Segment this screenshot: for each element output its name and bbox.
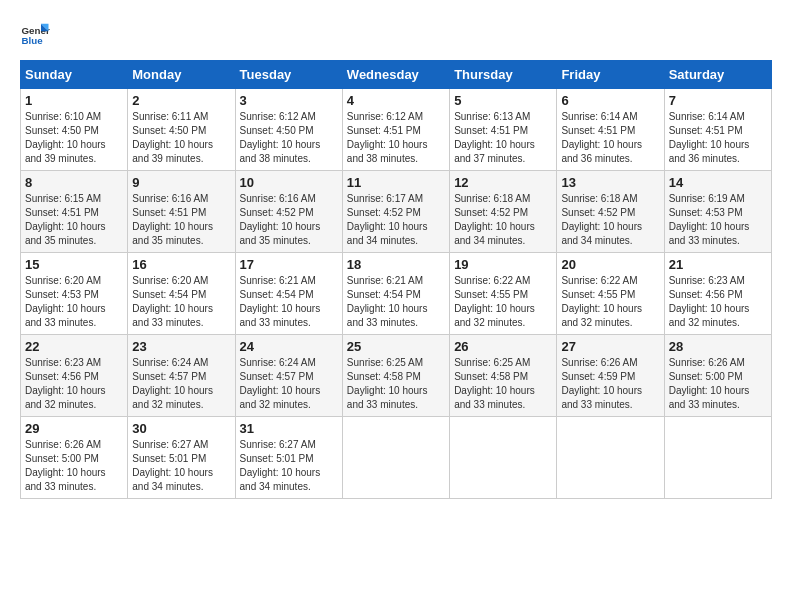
day-number: 30 xyxy=(132,421,230,436)
calendar-cell xyxy=(664,417,771,499)
day-info: Sunrise: 6:10 AM Sunset: 4:50 PM Dayligh… xyxy=(25,110,123,166)
day-number: 13 xyxy=(561,175,659,190)
page-header: General Blue xyxy=(20,20,772,50)
day-info: Sunrise: 6:27 AM Sunset: 5:01 PM Dayligh… xyxy=(240,438,338,494)
calendar-cell: 29 Sunrise: 6:26 AM Sunset: 5:00 PM Dayl… xyxy=(21,417,128,499)
day-number: 29 xyxy=(25,421,123,436)
calendar-body: 1 Sunrise: 6:10 AM Sunset: 4:50 PM Dayli… xyxy=(21,89,772,499)
day-number: 22 xyxy=(25,339,123,354)
calendar-cell: 18 Sunrise: 6:21 AM Sunset: 4:54 PM Dayl… xyxy=(342,253,449,335)
calendar-cell xyxy=(557,417,664,499)
day-info: Sunrise: 6:27 AM Sunset: 5:01 PM Dayligh… xyxy=(132,438,230,494)
day-info: Sunrise: 6:24 AM Sunset: 4:57 PM Dayligh… xyxy=(240,356,338,412)
day-number: 21 xyxy=(669,257,767,272)
calendar-cell: 16 Sunrise: 6:20 AM Sunset: 4:54 PM Dayl… xyxy=(128,253,235,335)
calendar-cell: 14 Sunrise: 6:19 AM Sunset: 4:53 PM Dayl… xyxy=(664,171,771,253)
day-info: Sunrise: 6:22 AM Sunset: 4:55 PM Dayligh… xyxy=(454,274,552,330)
calendar-header: SundayMondayTuesdayWednesdayThursdayFrid… xyxy=(21,61,772,89)
calendar-week-row: 22 Sunrise: 6:23 AM Sunset: 4:56 PM Dayl… xyxy=(21,335,772,417)
day-number: 18 xyxy=(347,257,445,272)
day-info: Sunrise: 6:12 AM Sunset: 4:50 PM Dayligh… xyxy=(240,110,338,166)
day-info: Sunrise: 6:23 AM Sunset: 4:56 PM Dayligh… xyxy=(25,356,123,412)
calendar-day-header: Saturday xyxy=(664,61,771,89)
day-info: Sunrise: 6:25 AM Sunset: 4:58 PM Dayligh… xyxy=(454,356,552,412)
day-number: 2 xyxy=(132,93,230,108)
calendar-cell: 27 Sunrise: 6:26 AM Sunset: 4:59 PM Dayl… xyxy=(557,335,664,417)
day-info: Sunrise: 6:22 AM Sunset: 4:55 PM Dayligh… xyxy=(561,274,659,330)
calendar-week-row: 29 Sunrise: 6:26 AM Sunset: 5:00 PM Dayl… xyxy=(21,417,772,499)
day-info: Sunrise: 6:16 AM Sunset: 4:51 PM Dayligh… xyxy=(132,192,230,248)
day-number: 1 xyxy=(25,93,123,108)
calendar-cell: 21 Sunrise: 6:23 AM Sunset: 4:56 PM Dayl… xyxy=(664,253,771,335)
calendar-day-header: Tuesday xyxy=(235,61,342,89)
day-number: 26 xyxy=(454,339,552,354)
day-info: Sunrise: 6:19 AM Sunset: 4:53 PM Dayligh… xyxy=(669,192,767,248)
day-number: 16 xyxy=(132,257,230,272)
day-info: Sunrise: 6:26 AM Sunset: 5:00 PM Dayligh… xyxy=(25,438,123,494)
calendar-cell: 25 Sunrise: 6:25 AM Sunset: 4:58 PM Dayl… xyxy=(342,335,449,417)
svg-text:Blue: Blue xyxy=(22,35,44,46)
day-info: Sunrise: 6:17 AM Sunset: 4:52 PM Dayligh… xyxy=(347,192,445,248)
day-info: Sunrise: 6:24 AM Sunset: 4:57 PM Dayligh… xyxy=(132,356,230,412)
calendar-cell: 19 Sunrise: 6:22 AM Sunset: 4:55 PM Dayl… xyxy=(450,253,557,335)
day-number: 4 xyxy=(347,93,445,108)
day-info: Sunrise: 6:21 AM Sunset: 4:54 PM Dayligh… xyxy=(240,274,338,330)
day-number: 14 xyxy=(669,175,767,190)
calendar-cell: 22 Sunrise: 6:23 AM Sunset: 4:56 PM Dayl… xyxy=(21,335,128,417)
day-info: Sunrise: 6:11 AM Sunset: 4:50 PM Dayligh… xyxy=(132,110,230,166)
day-number: 15 xyxy=(25,257,123,272)
calendar-cell: 8 Sunrise: 6:15 AM Sunset: 4:51 PM Dayli… xyxy=(21,171,128,253)
calendar-table: SundayMondayTuesdayWednesdayThursdayFrid… xyxy=(20,60,772,499)
calendar-week-row: 8 Sunrise: 6:15 AM Sunset: 4:51 PM Dayli… xyxy=(21,171,772,253)
day-info: Sunrise: 6:26 AM Sunset: 5:00 PM Dayligh… xyxy=(669,356,767,412)
day-number: 28 xyxy=(669,339,767,354)
day-info: Sunrise: 6:25 AM Sunset: 4:58 PM Dayligh… xyxy=(347,356,445,412)
calendar-cell: 31 Sunrise: 6:27 AM Sunset: 5:01 PM Dayl… xyxy=(235,417,342,499)
calendar-cell: 30 Sunrise: 6:27 AM Sunset: 5:01 PM Dayl… xyxy=(128,417,235,499)
calendar-week-row: 1 Sunrise: 6:10 AM Sunset: 4:50 PM Dayli… xyxy=(21,89,772,171)
day-info: Sunrise: 6:14 AM Sunset: 4:51 PM Dayligh… xyxy=(669,110,767,166)
day-number: 25 xyxy=(347,339,445,354)
day-info: Sunrise: 6:20 AM Sunset: 4:53 PM Dayligh… xyxy=(25,274,123,330)
day-number: 12 xyxy=(454,175,552,190)
calendar-cell: 9 Sunrise: 6:16 AM Sunset: 4:51 PM Dayli… xyxy=(128,171,235,253)
day-info: Sunrise: 6:15 AM Sunset: 4:51 PM Dayligh… xyxy=(25,192,123,248)
calendar-day-header: Friday xyxy=(557,61,664,89)
day-info: Sunrise: 6:26 AM Sunset: 4:59 PM Dayligh… xyxy=(561,356,659,412)
day-number: 3 xyxy=(240,93,338,108)
day-number: 20 xyxy=(561,257,659,272)
day-info: Sunrise: 6:18 AM Sunset: 4:52 PM Dayligh… xyxy=(561,192,659,248)
day-info: Sunrise: 6:12 AM Sunset: 4:51 PM Dayligh… xyxy=(347,110,445,166)
day-number: 6 xyxy=(561,93,659,108)
calendar-cell: 23 Sunrise: 6:24 AM Sunset: 4:57 PM Dayl… xyxy=(128,335,235,417)
logo: General Blue xyxy=(20,20,50,50)
day-number: 9 xyxy=(132,175,230,190)
day-number: 23 xyxy=(132,339,230,354)
day-number: 24 xyxy=(240,339,338,354)
day-number: 31 xyxy=(240,421,338,436)
calendar-cell: 10 Sunrise: 6:16 AM Sunset: 4:52 PM Dayl… xyxy=(235,171,342,253)
calendar-cell: 11 Sunrise: 6:17 AM Sunset: 4:52 PM Dayl… xyxy=(342,171,449,253)
calendar-day-header: Monday xyxy=(128,61,235,89)
calendar-cell: 4 Sunrise: 6:12 AM Sunset: 4:51 PM Dayli… xyxy=(342,89,449,171)
calendar-cell: 24 Sunrise: 6:24 AM Sunset: 4:57 PM Dayl… xyxy=(235,335,342,417)
calendar-cell: 26 Sunrise: 6:25 AM Sunset: 4:58 PM Dayl… xyxy=(450,335,557,417)
calendar-cell: 3 Sunrise: 6:12 AM Sunset: 4:50 PM Dayli… xyxy=(235,89,342,171)
calendar-cell: 13 Sunrise: 6:18 AM Sunset: 4:52 PM Dayl… xyxy=(557,171,664,253)
day-number: 17 xyxy=(240,257,338,272)
calendar-cell: 17 Sunrise: 6:21 AM Sunset: 4:54 PM Dayl… xyxy=(235,253,342,335)
day-info: Sunrise: 6:20 AM Sunset: 4:54 PM Dayligh… xyxy=(132,274,230,330)
day-number: 7 xyxy=(669,93,767,108)
calendar-cell: 5 Sunrise: 6:13 AM Sunset: 4:51 PM Dayli… xyxy=(450,89,557,171)
logo-icon: General Blue xyxy=(20,20,50,50)
calendar-week-row: 15 Sunrise: 6:20 AM Sunset: 4:53 PM Dayl… xyxy=(21,253,772,335)
day-number: 5 xyxy=(454,93,552,108)
calendar-day-header: Sunday xyxy=(21,61,128,89)
day-number: 8 xyxy=(25,175,123,190)
calendar-cell xyxy=(450,417,557,499)
calendar-day-header: Thursday xyxy=(450,61,557,89)
day-number: 19 xyxy=(454,257,552,272)
calendar-day-header: Wednesday xyxy=(342,61,449,89)
calendar-cell xyxy=(342,417,449,499)
calendar-cell: 2 Sunrise: 6:11 AM Sunset: 4:50 PM Dayli… xyxy=(128,89,235,171)
